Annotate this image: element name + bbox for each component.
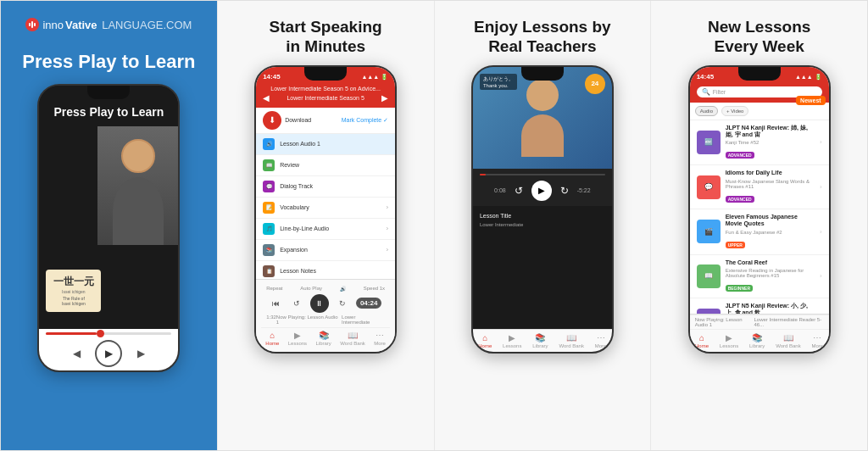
p1-play-button[interactable]: ▶ bbox=[95, 340, 122, 367]
p2-pause-button[interactable]: ⏸ bbox=[310, 294, 329, 313]
p2-menu-notes[interactable]: 📋 Lesson Notes bbox=[256, 261, 395, 279]
p2-nav-title: Lower Intermediate Season 5 bbox=[287, 95, 364, 101]
p2-tab-more[interactable]: ⋯ More bbox=[374, 331, 386, 346]
svg-rect-2 bbox=[34, 23, 36, 26]
p2-expansion-icon: 📚 bbox=[263, 244, 275, 256]
p3-current-time: 0:08 bbox=[494, 187, 506, 193]
list-item[interactable]: 🎬 Eleven Famous Japanese Movie Quotes Fu… bbox=[690, 209, 829, 255]
p4-now-playing: Now Playing: Lesson Audio 1 bbox=[695, 317, 754, 327]
p4-audio-filter[interactable]: Audio bbox=[695, 106, 718, 116]
p1-controls: ◀ ▶ ▶ bbox=[39, 329, 178, 370]
p2-next-arrow[interactable]: ▶ bbox=[381, 93, 388, 103]
phone-3-screen: ありがとう。Thank you. 24 0:08 ↺ ▶ ↻ -5:22 bbox=[473, 67, 612, 352]
p2-download-button[interactable]: ⬇ bbox=[263, 111, 281, 130]
p4-tab-lessons[interactable]: ▶ Lessons bbox=[720, 333, 738, 348]
more-icon: ⋯ bbox=[813, 333, 821, 342]
p2-speed-text: Speed 1x bbox=[364, 286, 385, 292]
p2-menu-lesson-audio[interactable]: 🔊 Lesson Audio 1 bbox=[256, 134, 395, 155]
p2-bottom-bar: Repeat Auto Play 🔊 Speed 1x ⏮ ↺ ⏸ ↻ 04:2… bbox=[256, 279, 395, 352]
list-item[interactable]: 💬 Idioms for Daily Life Must-Know Japane… bbox=[690, 165, 829, 209]
phone-2-screen: 14:45 ▲▲▲ 🔋 Lower Intermediate Season 5 … bbox=[256, 67, 395, 352]
p4-video-filter[interactable]: + Video bbox=[721, 106, 748, 116]
p4-tab-more[interactable]: ⋯ More bbox=[812, 333, 824, 348]
p4-filter-row: Audio + Video bbox=[690, 103, 829, 120]
p2-tab-library[interactable]: 📚 Library bbox=[316, 331, 331, 346]
p3-rewind-button[interactable]: ↺ bbox=[515, 185, 523, 197]
p2-tab-wordbank[interactable]: 📖 Word Bank bbox=[340, 331, 365, 346]
p2-tab-bar: ⌂ Home ▶ Lessons 📚 Library 📖 bbox=[261, 328, 390, 348]
p3-tab-more-label: More bbox=[595, 343, 607, 348]
p4-tab-home[interactable]: ⌂ Home bbox=[695, 333, 709, 348]
p2-forward-button[interactable]: ↻ bbox=[336, 297, 349, 310]
p3-tab-library-label: Library bbox=[532, 343, 548, 348]
phone-4: 14:45 ▲▲▲ 🔋 🔍 Filter Audio + Video bbox=[688, 65, 831, 354]
p3-progress-bar[interactable] bbox=[480, 174, 605, 175]
p2-time: 14:45 bbox=[263, 73, 280, 81]
p1-progress-bar[interactable] bbox=[46, 332, 171, 335]
p1-playback-buttons: ◀ ▶ ▶ bbox=[46, 340, 171, 367]
list-item[interactable]: 🔤 JLPT N5 Kanji Review: 小, 少, 上, 食 and 飲… bbox=[690, 298, 829, 314]
p3-controls: 0:08 ↺ ▶ ↻ -5:22 bbox=[473, 169, 612, 206]
list-item[interactable]: 🔤 JLPT N4 Kanji Review: 姉, 妹, 姫, 宇 and 宙… bbox=[690, 120, 829, 166]
p2-menu-item-label: Line-by-Line Audio bbox=[280, 226, 329, 231]
p1-next-button[interactable]: ▶ bbox=[132, 345, 149, 362]
p4-lesson-sub: Must-Know Japanese Slang Words & Phrases… bbox=[726, 179, 815, 189]
p1-teacher-bg bbox=[97, 126, 178, 245]
p4-lesson-tag: BEGINNER bbox=[726, 285, 753, 292]
list-item[interactable]: 📖 The Coral Reef Extensive Reading in Ja… bbox=[690, 255, 829, 298]
panel-3-title: Enjoy Lessons byReal Teachers bbox=[474, 18, 611, 57]
p2-repeat-label: Repeat bbox=[266, 286, 282, 292]
p4-filter-container: Audio + Video Newest bbox=[690, 103, 829, 120]
p3-tab-home[interactable]: ⌂ Home bbox=[478, 333, 492, 348]
chevron-right-icon: › bbox=[820, 138, 822, 146]
p1-video-area: 一世一元 Issei ichigen The Rule ofIssei Ichi… bbox=[39, 126, 178, 329]
p3-tab-more[interactable]: ⋯ More bbox=[595, 333, 607, 348]
library-icon: 📚 bbox=[535, 333, 545, 342]
p3-subtitle: ありがとう。Thank you. bbox=[480, 74, 517, 90]
p2-tab-lessons[interactable]: ▶ Lessons bbox=[288, 331, 307, 346]
p4-lesson-title: Eleven Famous Japanese Movie Quotes bbox=[726, 214, 815, 228]
p4-tab-wordbank[interactable]: 📖 Word Bank bbox=[776, 333, 801, 348]
p3-forward-button[interactable]: ↻ bbox=[560, 185, 569, 197]
logo-area: innoVative LANGUAGE.COM bbox=[25, 18, 192, 31]
p2-rewind-button[interactable]: ↺ bbox=[290, 297, 303, 310]
p4-tab-library[interactable]: 📚 Library bbox=[749, 333, 765, 348]
p2-prev-arrow[interactable]: ◀ bbox=[263, 93, 270, 103]
phone-notch-2 bbox=[304, 67, 347, 81]
panel-new-lessons: New LessonsEvery Week 14:45 ▲▲▲ 🔋 🔍 Filt… bbox=[651, 1, 867, 450]
p2-lesson-label: Lower Intermediate bbox=[342, 315, 385, 325]
p2-tab-home[interactable]: ⌂ Home bbox=[265, 331, 279, 346]
p1-kanji-reading: Issei ichigen bbox=[62, 289, 86, 294]
newest-tooltip: Newest bbox=[796, 96, 826, 105]
p3-teacher-shoulders bbox=[521, 114, 564, 157]
p3-tab-home-label: Home bbox=[478, 343, 492, 348]
p3-play-button[interactable]: ▶ bbox=[531, 181, 552, 201]
wordbank-icon: 📖 bbox=[783, 333, 793, 342]
p4-time: 14:45 bbox=[697, 73, 714, 81]
logo-icon bbox=[25, 18, 39, 31]
p1-prev-button[interactable]: ◀ bbox=[68, 345, 85, 362]
p3-tab-library[interactable]: 📚 Library bbox=[532, 333, 548, 348]
p3-tab-wordbank-label: Word Bank bbox=[559, 343, 584, 348]
p2-download-label: Download bbox=[285, 117, 338, 123]
p3-bottom-bar: ⌂ Home ▶ Lessons 📚 Library 📖 bbox=[473, 329, 612, 352]
p3-tab-wordbank[interactable]: 📖 Word Bank bbox=[559, 333, 584, 348]
p2-chevron-icon: › bbox=[386, 246, 388, 253]
p4-tab-wordbank-label: Word Bank bbox=[776, 343, 801, 348]
phone-notch-4 bbox=[738, 67, 781, 81]
p1-lesson-card: 一世一元 Issei ichigen The Rule ofIssei Ichi… bbox=[46, 270, 101, 312]
p3-tab-lessons[interactable]: ▶ Lessons bbox=[503, 333, 521, 348]
p2-menu-list: 🔊 Lesson Audio 1 📖 Review 💬 Dialog Track… bbox=[256, 134, 395, 279]
chevron-right-icon: › bbox=[820, 272, 822, 280]
p2-menu-expansion[interactable]: 📚 Expansion › bbox=[256, 240, 395, 261]
p2-menu-line-by-line[interactable]: 🎵 Line-by-Line Audio › bbox=[256, 219, 395, 240]
p2-menu-vocab[interactable]: 📝 Vocabulary › bbox=[256, 198, 395, 219]
home-icon: ⌂ bbox=[482, 333, 487, 342]
search-icon: 🔍 bbox=[702, 88, 710, 96]
p2-menu-dialog[interactable]: 💬 Dialog Track bbox=[256, 176, 395, 198]
more-icon: ⋯ bbox=[597, 333, 605, 342]
p2-mark-complete[interactable]: Mark Complete ✓ bbox=[342, 117, 388, 124]
p2-skip-back-button[interactable]: ⏮ bbox=[270, 297, 283, 310]
p2-menu-review[interactable]: 📖 Review bbox=[256, 155, 395, 176]
p2-menu-item-label: Review bbox=[280, 162, 299, 168]
